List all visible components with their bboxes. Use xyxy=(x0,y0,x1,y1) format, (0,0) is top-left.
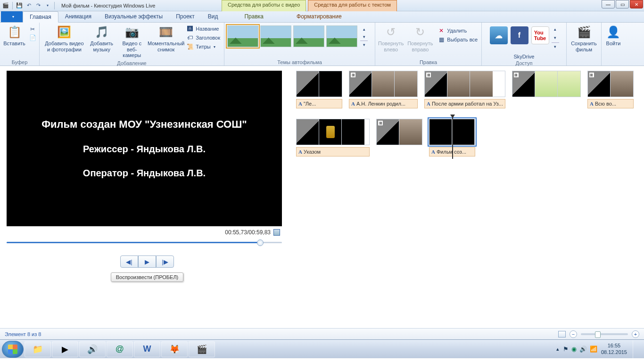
qat-dropdown-icon[interactable]: ▾ xyxy=(44,2,51,9)
tab-visual-effects[interactable]: Визуальные эффекты xyxy=(98,11,169,22)
add-music-button[interactable]: 🎵 Добавить музыку xyxy=(88,24,116,53)
zoom-in-button[interactable]: + xyxy=(632,330,639,338)
app-icon: 🎬 xyxy=(2,2,9,9)
preview-video[interactable]: Фильм создан МОУ "Узнезинская СОШ" Режис… xyxy=(7,71,282,226)
credits-line-3: Оператор - Яндыкова Л.В. xyxy=(83,168,206,179)
start-button[interactable] xyxy=(2,341,24,358)
playback-controls: ◀| ▶ |▶ xyxy=(7,255,288,268)
fullscreen-icon[interactable] xyxy=(273,229,280,236)
snapshot-icon: 🎞️ xyxy=(158,25,173,40)
rotate-right-button[interactable]: ↻ Повернуть вправо xyxy=(405,24,435,53)
clip-3[interactable]: ⊞ AПосле армии работал на Уз... xyxy=(424,71,505,108)
taskbar-app-1[interactable]: @ xyxy=(107,341,133,357)
ribbon-tab-row: Главная Анимация Визуальные эффекты Прое… xyxy=(0,11,644,23)
play-button[interactable]: ▶ xyxy=(138,255,156,268)
rotate-left-button[interactable]: ↺ Повернуть влево xyxy=(377,24,405,53)
caption-icon: 🏷 xyxy=(186,34,194,41)
cut-icon[interactable]: ✂ xyxy=(29,25,36,33)
system-tray: ▴ ⚑ ◉ 🔊 📶 16:55 08.12.2015 xyxy=(556,340,642,358)
automovie-themes-gallery[interactable] xyxy=(226,24,358,47)
zoom-out-button[interactable]: − xyxy=(570,330,577,338)
add-caption-button[interactable]: 🏷Заголовок xyxy=(184,33,222,42)
tab-project[interactable]: Проект xyxy=(169,11,201,22)
clip-8[interactable]: AФильм соз... xyxy=(429,119,475,156)
credits-icon: 📜 xyxy=(186,43,194,50)
select-all-icon: ▦ xyxy=(438,36,445,43)
select-all-button[interactable]: ▦Выбрать все xyxy=(436,35,479,44)
title-icon: 🅰 xyxy=(186,25,194,33)
theme-thumb-1[interactable] xyxy=(227,25,258,47)
clip-5[interactable]: ⊞ AВсю во... xyxy=(587,71,634,108)
sign-in-button[interactable]: 👤 Войти xyxy=(603,24,623,48)
theme-thumb-2[interactable] xyxy=(260,25,291,47)
add-credits-button[interactable]: 📜Титры▾ xyxy=(184,42,222,51)
tab-animation[interactable]: Анимация xyxy=(58,11,98,22)
play-tooltip: Воспроизвести (ПРОБЕЛ) xyxy=(111,272,184,282)
copy-icon[interactable]: 📄 xyxy=(29,34,36,41)
share-facebook-button[interactable]: f xyxy=(511,26,528,44)
taskbar: 📁 ▶ 🔊 @ W 🦊 🎬 ▴ ⚑ ◉ 🔊 📶 16:55 08.12.2015 xyxy=(0,339,644,358)
context-tab-text-tools: Средства для работы с текстом xyxy=(308,0,397,11)
show-desktop-button[interactable] xyxy=(633,340,639,358)
theme-thumb-4[interactable] xyxy=(326,25,357,47)
snapshot-button[interactable]: 🎞️ Моментальный снимок xyxy=(149,24,183,53)
taskbar-mediaplayer[interactable]: ▶ xyxy=(52,341,78,357)
tab-edit[interactable]: Правка xyxy=(238,11,270,22)
tab-home[interactable]: Главная xyxy=(23,11,58,23)
delete-button[interactable]: ✕Удалить xyxy=(436,26,479,35)
paste-button[interactable]: 📋 Вставить xyxy=(2,24,27,48)
tray-network-icon[interactable]: 📶 xyxy=(590,346,597,353)
share-down-icon[interactable]: ▾ xyxy=(552,34,559,41)
seek-thumb[interactable] xyxy=(257,239,264,246)
maximize-button[interactable]: ▭ xyxy=(616,0,629,8)
next-frame-button[interactable]: |▶ xyxy=(156,255,174,268)
share-more-icon[interactable]: ▾ xyxy=(552,42,559,50)
taskbar-moviemaker[interactable]: 🎬 xyxy=(189,341,215,357)
save-movie-button[interactable]: 🎬 Сохранить фильм xyxy=(569,24,599,53)
tab-view[interactable]: Вид xyxy=(201,11,225,22)
share-youtube-button[interactable]: YouTube xyxy=(531,26,549,44)
minimize-button[interactable]: — xyxy=(602,0,615,8)
view-toggle-icon[interactable] xyxy=(558,331,566,337)
taskbar-clock[interactable]: 16:55 08.12.2015 xyxy=(601,343,627,355)
clip-2[interactable]: ⊞ AА.Н. Ленкин родил... xyxy=(349,71,418,108)
credits-line-1: Фильм создан МОУ "Узнезинская СОШ" xyxy=(41,118,247,131)
tab-format[interactable]: Форматирование xyxy=(290,11,348,22)
zoom-slider[interactable] xyxy=(581,333,628,335)
gallery-more-icon[interactable]: ▾ xyxy=(360,41,368,48)
add-title-button[interactable]: 🅰Название xyxy=(184,25,222,33)
storyboard[interactable]: A"Ле... ⊞ AА.Н. Ленкин родил... ⊞ AПосле… xyxy=(292,66,644,328)
save-icon[interactable]: 💾 xyxy=(16,2,23,9)
taskbar-word[interactable]: W xyxy=(134,341,160,357)
group-adding-label: Добавление xyxy=(41,59,222,66)
clip-1[interactable]: A"Ле... xyxy=(296,71,342,108)
taskbar-sound[interactable]: 🔊 xyxy=(79,341,106,357)
time-display: 00:55,73/00:59,83 xyxy=(225,229,271,236)
gallery-up-icon[interactable]: ▴ xyxy=(360,25,368,33)
taskbar-firefox[interactable]: 🦊 xyxy=(161,341,188,357)
theme-thumb-3[interactable] xyxy=(293,25,324,47)
file-menu-button[interactable] xyxy=(1,11,23,22)
taskbar-explorer[interactable]: 📁 xyxy=(25,341,51,357)
clip-7[interactable]: ⊞ xyxy=(376,119,422,156)
webcam-button[interactable]: 📷 Видео с веб-камеры xyxy=(116,24,148,59)
photo-icon: 🖼️ xyxy=(57,25,72,40)
clip-6[interactable]: AУказом xyxy=(296,119,370,156)
music-icon: 🎵 xyxy=(94,25,109,40)
add-video-photo-button[interactable]: 🖼️ Добавить видео и фотографии xyxy=(41,24,87,53)
clip-4[interactable]: ⊞ xyxy=(512,71,581,108)
gallery-down-icon[interactable]: ▾ xyxy=(360,33,368,41)
redo-icon[interactable]: ↷ xyxy=(34,2,42,9)
undo-icon[interactable]: ↶ xyxy=(25,2,33,9)
close-button[interactable]: ✕ xyxy=(630,0,643,8)
playhead[interactable] xyxy=(452,116,453,159)
status-item-count: Элемент 8 из 8 xyxy=(5,331,41,337)
tray-expand-icon[interactable]: ▴ xyxy=(556,346,559,352)
seek-bar[interactable] xyxy=(7,238,282,247)
share-up-icon[interactable]: ▴ xyxy=(552,25,559,33)
tray-app-icon[interactable]: ◉ xyxy=(571,346,577,353)
tray-volume-icon[interactable]: 🔊 xyxy=(579,346,587,353)
share-skydrive-button[interactable]: ☁ xyxy=(490,26,508,44)
tray-flag-icon[interactable]: ⚑ xyxy=(563,346,569,353)
prev-frame-button[interactable]: ◀| xyxy=(120,255,138,268)
